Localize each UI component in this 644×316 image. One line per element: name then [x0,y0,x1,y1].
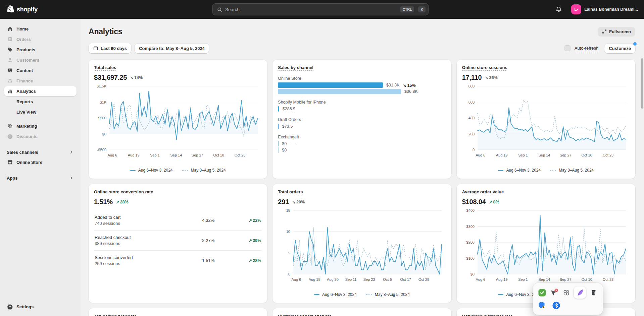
sidebar-item-label: Settings [16,304,34,309]
sidebar-item-reports[interactable]: Reports [4,97,77,107]
svg-text:$0: $0 [102,132,106,136]
svg-text:Aug 6: Aug 6 [292,277,301,281]
svg-text:Sep 1: Sep 1 [518,153,528,157]
sidebar-item-marketing[interactable]: Marketing [4,121,77,131]
sidebar-item-settings[interactable]: Settings [4,302,77,312]
fullscreen-button[interactable]: Fullscreen [598,27,635,37]
account-menu[interactable]: L- Laihas Bohemian Dreami... [569,3,640,16]
channel-name: Shopify Mobile for iPhone [278,100,446,105]
funnel-step-delta: ↗ 39% [240,238,261,243]
svg-text:Oct 23: Oct 23 [235,153,245,157]
conversion-rate-card: Online store conversion rate1.51%↗ 28%Ad… [89,184,267,303]
customers-icon [7,57,13,63]
delta-badge: ↘ 20% [292,199,305,204]
card-title[interactable]: Total orders [278,189,303,194]
card-title[interactable]: Average order value [462,189,504,194]
trash-icon[interactable] [589,288,598,297]
svg-text:Oct 23: Oct 23 [602,277,613,281]
channel-bar [278,147,279,153]
metric-value: $31,697.25 [94,74,127,81]
funnel-step-sessions: 389 sessions [95,241,202,246]
sidebar-item-discounts[interactable]: Discounts [4,131,77,141]
svg-text:Oct 10: Oct 10 [581,277,592,281]
notifications-button[interactable] [553,4,564,15]
card-title[interactable]: Sales by channel [278,65,313,70]
calendar-icon [93,46,98,51]
sidebar-item-label: Finance [16,78,33,83]
channel-bar [278,124,279,129]
marketing-icon [7,123,13,129]
sidebar-section-sales-channels[interactable]: Sales channels [4,147,77,157]
bluetooth-icon[interactable] [552,301,560,310]
svg-text:0: 0 [473,148,475,152]
funnel-step-rate: 1.51% [202,258,240,263]
page-scrollbar-thumb[interactable] [641,58,643,109]
sidebar-item-home[interactable]: Home [4,24,77,34]
line-chart: $400$300$200$100$0Aug 6Aug 19Sep 1Sep 14… [462,207,629,284]
sidebar-item-content[interactable]: Content [4,65,77,75]
auto-refresh-checkbox[interactable] [564,45,571,51]
svg-text:Sep 27: Sep 27 [560,153,572,157]
content-icon [7,67,13,74]
sidebar-item-online-store[interactable]: Online Store [4,157,77,167]
sidebar-section-apps[interactable]: Apps [4,173,77,183]
channel-bar-value: $0 [282,141,287,146]
kbd-k: K [418,6,426,12]
card-title[interactable]: Total sales [94,65,116,70]
legend-item: May 8–Aug 5, 2024 [366,292,410,297]
card-title[interactable]: Online store sessions [462,65,507,70]
metric-value: 17,110 [462,74,482,81]
svg-text:Aug 19: Aug 19 [496,153,507,157]
date-range-button[interactable]: Last 90 days [89,43,131,53]
sidebar-item-finance[interactable]: Finance [4,76,77,86]
line-chart: 8006004002000Aug 6Aug 19Sep 1Sep 14Sep 2… [462,83,629,160]
analytics-icon [7,88,13,94]
section-label: Sales channels [7,150,38,155]
svg-text:200: 200 [468,132,474,136]
no-change-dash: — [291,141,296,146]
extension-blocked-icon[interactable] [550,288,558,297]
shopify-logo[interactable]: shopify [0,5,38,14]
card-title[interactable]: Top selling products [94,314,137,316]
card-title[interactable]: Returning customer rate [462,314,513,316]
card-title[interactable]: Online store conversion rate [94,189,153,194]
channel-bar-value: $0 [282,148,287,152]
sidebar-item-customers[interactable]: Customers [4,55,77,65]
auto-refresh-label[interactable]: Auto-refresh [575,46,599,51]
total-orders-card: Total orders291↘ 20%151050Aug 6Aug 18Aug… [273,184,451,303]
approved-check-icon[interactable] [538,288,546,297]
svg-text:Sep 27: Sep 27 [560,277,572,281]
sidebar-item-live-view[interactable]: Live View [4,107,77,117]
sidebar-item-analytics[interactable]: Analytics [4,86,77,96]
search-input[interactable]: Search CTRL K [212,3,429,15]
legend-item: Aug 6–Nov 3, 2024 [498,168,541,173]
svg-text:Aug 30: Aug 30 [327,277,339,281]
funnel-step-sessions: 259 sessions [95,261,202,266]
compare-to-button[interactable]: Compare to: May 8–Aug 5, 2024 [135,44,209,53]
metric-value: $108.04 [462,198,486,206]
channel-bar-row: $0— [278,141,446,146]
channel-name: ExchangeIt [278,135,446,139]
sidebar-item-orders[interactable]: Orders [4,34,77,44]
channel-name: Online Store [278,76,446,81]
svg-text:Oct 5: Oct 5 [383,277,392,281]
chevron-right-icon [69,150,74,154]
customize-button[interactable]: Customize [604,44,635,53]
shield-warning-icon[interactable] [538,301,546,310]
svg-text:Oct 17: Oct 17 [400,277,411,281]
svg-text:Sep 1: Sep 1 [518,277,528,281]
channel-bar [278,141,279,146]
extensions-puzzle-icon[interactable] [562,288,571,297]
funnel-step-label: Sessions converted [95,255,202,260]
orders-icon [7,36,13,43]
card-title[interactable]: Customer cohort analysis [278,314,332,316]
svg-text:$500: $500 [98,116,106,120]
channel-bar-row: $0 [278,147,446,153]
legend-label: Aug 6–Nov 3, 2024 [138,168,173,173]
svg-text:-$500: -$500 [97,148,106,152]
sidebar-item-label: Reports [16,99,33,104]
sidebar-item-products[interactable]: Products [4,45,77,55]
highlighter-pen-icon[interactable] [574,287,586,299]
sidebar-item-label: Orders [16,37,31,42]
sidebar-item-label: Marketing [16,124,37,129]
